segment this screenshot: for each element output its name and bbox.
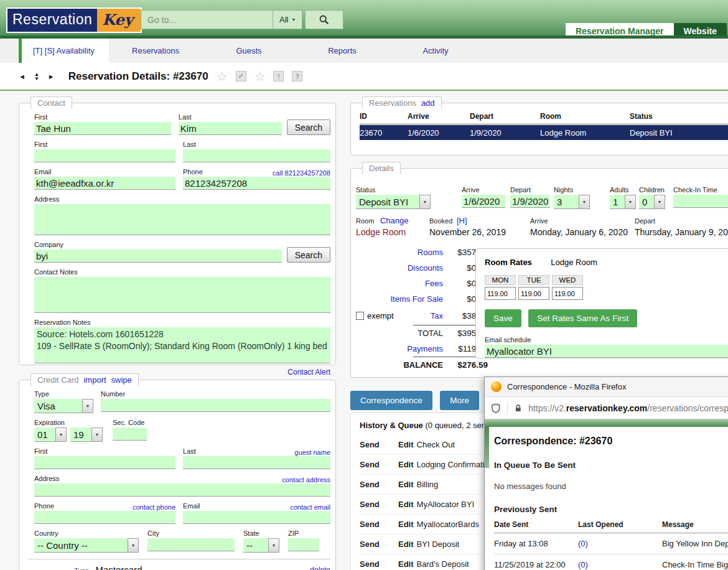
contact-alert-link[interactable]: Contact Alert [287,368,330,376]
send-link[interactable]: Send [360,500,398,509]
send-link[interactable]: Send [360,540,398,549]
depart-input[interactable] [510,195,550,208]
edit-link[interactable]: Edit [398,440,414,449]
rate-input-mon[interactable] [485,287,516,300]
company-input[interactable] [34,250,282,263]
nav-item-reservations[interactable]: Reservations [109,39,202,63]
edit-link[interactable]: Edit [398,540,414,549]
add-reservation-link[interactable]: add [421,98,435,108]
cc-phone-input[interactable] [34,511,175,524]
save-rates-button[interactable]: Save [485,309,521,327]
cc-last-input[interactable] [183,456,330,469]
edit-link[interactable]: Edit [398,460,414,469]
lock-icon[interactable] [514,404,523,413]
adults-select[interactable]: 1 ▼ [610,195,636,209]
nav-item-activity[interactable]: Activity [389,39,482,63]
search-scope-dropdown[interactable]: All ▼ [273,10,302,29]
company-search-button[interactable]: Search [287,247,330,263]
contact-notes-textarea[interactable] [34,277,330,313]
card-type-select[interactable]: Visa ▼ [34,399,93,413]
cc-first-input[interactable] [34,456,175,469]
contact-address-link[interactable]: contact address [282,476,330,484]
edit-link[interactable]: Edit [398,559,414,569]
goto-search-input[interactable] [141,10,273,29]
send-link[interactable]: Send [360,480,398,489]
checkin-time-input[interactable] [673,195,728,208]
delete-card-link[interactable]: delete [310,566,330,570]
next-reservation-icon[interactable]: ► [48,73,55,80]
shield-icon[interactable] [491,403,501,413]
prev-reservation-icon[interactable]: ◄ [19,73,26,80]
nav-item-availability[interactable]: [T] [S] Availability [19,39,109,63]
import-card-link[interactable]: import [83,375,106,385]
opened-count-link[interactable]: (0) [578,560,662,569]
swipe-card-link[interactable]: swipe [111,375,132,385]
rate-input-wed[interactable] [552,287,583,300]
last-name-input[interactable] [179,122,282,135]
city-input[interactable] [147,538,235,551]
rooms-link[interactable]: Rooms [356,248,443,257]
exp-month-select[interactable]: 01 ▼ [34,427,67,442]
card-number-input[interactable] [101,399,330,412]
cc-address-input[interactable] [34,484,330,497]
call-phone-link[interactable]: call 821234257208 [273,169,330,177]
fees-link[interactable]: Fees [356,279,443,288]
checked-flag-icon[interactable]: ✓ [236,71,246,82]
discounts-link[interactable]: Discounts [356,263,443,273]
country-select[interactable]: -- Country -- ▼ [34,538,139,553]
sec-code-input[interactable] [113,427,147,441]
opened-count-link[interactable]: (0) [578,539,662,548]
booked-history-link[interactable]: [H] [457,216,467,225]
send-link[interactable]: Send [360,460,398,469]
contact-search-button[interactable]: Search [287,119,330,135]
nav-item-guests[interactable]: Guests [202,39,296,63]
send-link[interactable]: Send [360,440,398,449]
search-button[interactable] [305,10,343,29]
help-icon[interactable]: ? [292,71,302,82]
change-room-link[interactable]: Change [380,216,409,225]
first-name-input[interactable] [34,122,171,135]
send-link[interactable]: Send [360,520,398,529]
more-button[interactable]: More [440,391,479,410]
spin-down-icon[interactable]: ▼ [34,77,39,81]
reservationkey-logo[interactable]: Reservation Key [6,7,142,33]
last2-input[interactable] [183,149,330,162]
guest-name-link[interactable]: guest name [295,449,330,456]
tax-exempt-checkbox[interactable] [356,312,364,320]
first2-input[interactable] [34,149,175,162]
nights-select[interactable]: 3 ▼ [554,195,590,209]
edit-link[interactable]: Edit [398,520,414,529]
items-for-sale-link[interactable]: Items For Sale [356,294,443,304]
popup-title-bar[interactable]: Correspondence - Mozilla Firefox [485,377,728,397]
arrive-input[interactable] [462,195,505,208]
send-link[interactable]: Send [360,559,398,569]
reservation-row-selected[interactable]: 23670 1/6/2020 1/9/2020 Lodge Room Depos… [360,125,728,140]
edit-link[interactable]: Edit [398,500,414,509]
reservation-notes-textarea[interactable]: Source: Hotels.com 1601651228 109 - Sell… [34,327,330,363]
url-text[interactable]: https://v2.reservationkey.com/reservatio… [528,403,728,413]
edit-link[interactable]: Edit [398,480,414,489]
alert-icon[interactable]: ! [273,71,284,82]
payments-link[interactable]: Payments [356,344,443,353]
correspondence-button[interactable]: Correspondence [350,391,432,410]
star-icon[interactable]: ☆ [254,69,266,84]
contact-phone-link[interactable]: contact phone [133,503,175,511]
set-rates-same-button[interactable]: Set Rates Same As First [528,309,637,327]
zip-input[interactable] [288,538,319,551]
phone-input[interactable] [183,177,330,190]
status-select[interactable]: Deposit BYI ▼ [356,195,431,209]
cc-email-input[interactable] [183,511,330,524]
email-input[interactable] [34,177,175,190]
reservation-spinner[interactable]: ▲▼ [34,72,39,81]
state-select[interactable]: -- ▼ [243,538,279,553]
exp-year-select[interactable]: 19 ▼ [70,427,103,442]
nav-item-reports[interactable]: Reports [296,39,389,63]
email-schedule-input[interactable] [485,345,728,358]
rate-input-tue[interactable] [518,287,549,300]
address-textarea[interactable] [34,204,330,235]
tax-link[interactable]: Tax [394,311,443,320]
contact-email-link[interactable]: contact email [290,503,330,511]
reservations-legend: Reservations add [362,96,442,109]
favorite-star-icon[interactable]: ☆ [217,69,228,84]
children-select[interactable]: 0 ▼ [639,195,665,209]
